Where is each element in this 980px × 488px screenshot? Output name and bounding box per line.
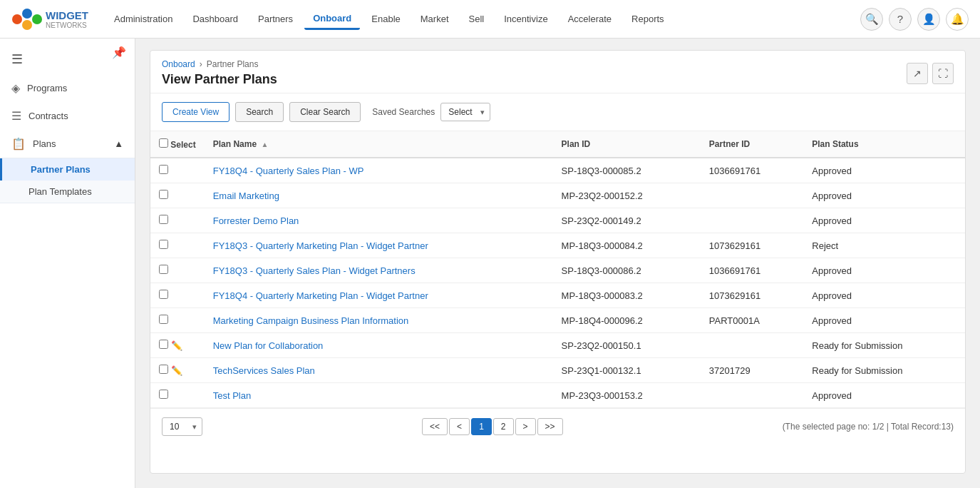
row-plan-id: SP-18Q3-000085.2	[553, 158, 701, 183]
plan-name-link[interactable]: FY18Q4 - Quarterly Marketing Plan - Widg…	[213, 290, 428, 301]
row-checkbox[interactable]	[159, 315, 168, 324]
col-plan-status: Plan Status	[803, 131, 965, 158]
table-row: ✏️ New Plan for Collaboration SP-23Q2-00…	[150, 333, 965, 358]
row-checkbox[interactable]	[159, 365, 168, 374]
row-partner-id: 1036691761	[701, 258, 803, 283]
nav-dashboard[interactable]: Dashboard	[184, 9, 247, 29]
sidebar-item-partner-plans[interactable]: Partner Plans	[0, 158, 135, 181]
nav-market[interactable]: Market	[412, 9, 458, 29]
app-logo[interactable]: WIDGET NETWORKS	[11, 6, 88, 32]
row-plan-name: FY18Q4 - Quarterly Sales Plan - WP	[205, 158, 553, 183]
row-checkbox[interactable]	[159, 390, 168, 399]
plan-name-link[interactable]: FY18Q3 - Quarterly Marketing Plan - Widg…	[213, 240, 428, 251]
page-last-button[interactable]: >>	[537, 418, 563, 435]
row-checkbox[interactable]	[159, 240, 168, 249]
popout-button[interactable]: ↗	[907, 63, 928, 84]
toolbar: Create View Search Clear Search Saved Se…	[150, 93, 965, 131]
table-row: Forrester Demo Plan SP-23Q2-000149.2 App…	[150, 208, 965, 233]
plan-name-link[interactable]: Email Marketing	[213, 190, 279, 201]
sidebar-item-plans[interactable]: 📋 Plans ▲	[0, 130, 135, 158]
notifications-button[interactable]: 🔔	[946, 8, 969, 31]
help-button[interactable]: ?	[889, 8, 912, 31]
page-size-select[interactable]: 10 25 50 100	[162, 417, 202, 436]
row-checkbox-cell	[150, 183, 205, 208]
plan-name-link[interactable]: FY18Q4 - Quarterly Sales Plan - WP	[213, 166, 364, 176]
clear-search-button[interactable]: Clear Search	[289, 102, 361, 122]
nav-incentivize[interactable]: Incentivize	[495, 9, 556, 29]
nav-accelerate[interactable]: Accelerate	[559, 9, 620, 29]
col-select: Select	[150, 131, 205, 158]
saved-searches-select-wrap: Select	[440, 103, 490, 121]
breadcrumb-sep: ›	[200, 59, 202, 69]
plan-name-link[interactable]: Forrester Demo Plan	[213, 215, 299, 226]
content-header: Onboard › Partner Plans View Partner Pla…	[150, 51, 965, 93]
nav-partners[interactable]: Partners	[249, 9, 301, 29]
row-plan-id: MP-18Q3-000084.2	[553, 233, 701, 258]
row-checkbox[interactable]	[159, 165, 168, 174]
nav-sell[interactable]: Sell	[460, 9, 493, 29]
plan-name-link[interactable]: TechServices Sales Plan	[213, 365, 315, 376]
edit-icon[interactable]: ✏️	[171, 340, 182, 351]
row-partner-id	[701, 183, 803, 208]
row-checkbox[interactable]	[159, 265, 168, 274]
row-plan-status: Approved	[803, 158, 965, 183]
row-checkbox[interactable]	[159, 215, 168, 224]
svg-point-2	[32, 14, 42, 24]
table-row: Email Marketing MP-23Q2-000152.2 Approve…	[150, 183, 965, 208]
breadcrumb-current: Partner Plans	[207, 59, 259, 69]
row-checkbox[interactable]	[159, 290, 168, 299]
search-button[interactable]: 🔍	[860, 8, 883, 31]
nav-onboard[interactable]: Onboard	[304, 9, 360, 30]
svg-point-0	[12, 14, 22, 24]
fullscreen-button[interactable]: ⛶	[932, 63, 954, 84]
sidebar-pin[interactable]: 📌	[112, 46, 126, 59]
row-plan-status: Ready for Submission	[803, 358, 965, 383]
create-view-button[interactable]: Create View	[162, 102, 229, 122]
page-size-wrap: 10 25 50 100	[162, 417, 202, 436]
row-partner-id	[701, 383, 803, 408]
row-plan-name: FY18Q3 - Quarterly Sales Plan - Widget P…	[205, 258, 553, 283]
row-partner-id	[701, 208, 803, 233]
row-partner-id: PART0001A	[701, 308, 803, 333]
sidebar-item-programs[interactable]: ◈ Programs	[0, 74, 135, 102]
page-size-select-wrap: 10 25 50 100	[162, 417, 202, 436]
col-plan-name[interactable]: Plan Name ▲	[205, 131, 553, 158]
page-first-button[interactable]: <<	[422, 418, 448, 435]
saved-searches-select[interactable]: Select	[440, 103, 490, 121]
row-plan-id: SP-18Q3-000086.2	[553, 258, 701, 283]
nav-enable[interactable]: Enable	[363, 9, 408, 29]
breadcrumb: Onboard › Partner Plans	[162, 59, 277, 69]
row-plan-id: SP-23Q2-000149.2	[553, 208, 701, 233]
sidebar-item-contracts[interactable]: ☰ Contracts	[0, 102, 135, 130]
nav-administration[interactable]: Administration	[105, 9, 181, 29]
plan-name-link[interactable]: Test Plan	[213, 390, 251, 401]
page-2-button[interactable]: 2	[493, 418, 514, 435]
row-checkbox[interactable]	[159, 190, 168, 199]
content-card: Onboard › Partner Plans View Partner Pla…	[150, 50, 966, 474]
page-prev-button[interactable]: <	[449, 418, 470, 435]
row-plan-status: Approved	[803, 383, 965, 408]
row-checkbox-cell	[150, 383, 205, 408]
row-plan-id: MP-23Q3-000153.2	[553, 383, 701, 408]
row-checkbox-cell	[150, 283, 205, 308]
plan-name-link[interactable]: Marketing Campaign Business Plan Informa…	[213, 315, 409, 326]
table-row: FY18Q4 - Quarterly Sales Plan - WP SP-18…	[150, 158, 965, 183]
page-next-button[interactable]: >	[515, 418, 536, 435]
header-actions: ↗ ⛶	[907, 63, 954, 84]
search-button[interactable]: Search	[235, 102, 284, 122]
user-avatar[interactable]: 👤	[917, 8, 940, 31]
page-1-button[interactable]: 1	[471, 418, 492, 435]
table-row: FY18Q3 - Quarterly Marketing Plan - Widg…	[150, 233, 965, 258]
row-checkbox[interactable]	[159, 340, 168, 349]
nav-reports[interactable]: Reports	[623, 9, 673, 29]
row-plan-name: Forrester Demo Plan	[205, 208, 553, 233]
edit-icon[interactable]: ✏️	[171, 365, 182, 376]
breadcrumb-onboard[interactable]: Onboard	[162, 59, 195, 69]
table-row: Marketing Campaign Business Plan Informa…	[150, 308, 965, 333]
select-all-checkbox[interactable]	[159, 138, 168, 148]
sidebar-item-plan-templates[interactable]: Plan Templates	[0, 181, 135, 203]
row-plan-status: Ready for Submission	[803, 333, 965, 358]
plan-name-link[interactable]: New Plan for Collaboration	[213, 340, 324, 351]
plan-name-link[interactable]: FY18Q3 - Quarterly Sales Plan - Widget P…	[213, 265, 416, 276]
row-checkbox-cell	[150, 258, 205, 283]
